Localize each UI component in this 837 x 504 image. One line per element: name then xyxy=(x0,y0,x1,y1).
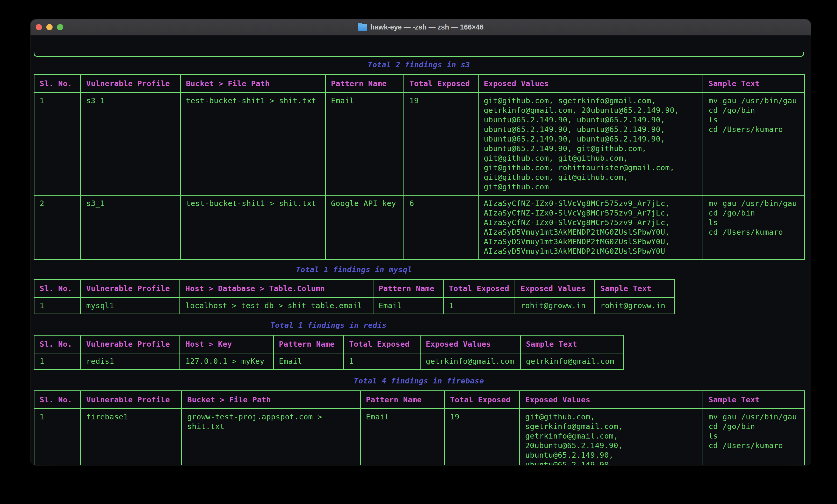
section-mysql: Total 1 findings in mysqlSl. No.Vulnerab… xyxy=(34,265,674,314)
table-cell: git@github.com, sgetrkinfo@gmail.com,get… xyxy=(478,93,703,195)
table-cell: 1 xyxy=(34,93,81,195)
table-cell: getrkinfo@gmail.com xyxy=(520,353,624,370)
table-cell: 1 xyxy=(34,298,81,314)
header-row: Sl. No.Vulnerable ProfileHost > Database… xyxy=(34,280,675,298)
header-cell: Pattern Name xyxy=(373,280,443,298)
header-cell: Host > Database > Table.Column xyxy=(180,280,373,298)
table-cell: 1 xyxy=(34,409,81,465)
terminal-window: hawk-eye — -zsh — zsh — 166×46 Total 2 f… xyxy=(31,19,811,465)
table-cell: mv gau /usr/bin/gaucd /go/binlscd /Users… xyxy=(703,93,805,195)
header-cell: Vulnerable Profile xyxy=(81,75,180,93)
header-cell: Sample Text xyxy=(703,75,805,93)
section-title-s3: Total 2 findings in s3 xyxy=(34,60,804,70)
table-row: 1redis1127.0.0.1 > myKeyEmail1getrkinfo@… xyxy=(34,353,624,370)
table-cell: Email xyxy=(373,298,443,314)
header-row: Sl. No.Vulnerable ProfileHost > KeyPatte… xyxy=(34,335,624,353)
findings-table-mysql: Sl. No.Vulnerable ProfileHost > Database… xyxy=(34,279,675,314)
header-cell: Total Exposed xyxy=(404,75,478,93)
header-cell: Sample Text xyxy=(595,280,675,298)
header-cell: Exposed Values xyxy=(420,335,520,353)
header-row: Sl. No.Vulnerable ProfileBucket > File P… xyxy=(34,391,805,409)
header-row: Sl. No.Vulnerable ProfileBucket > File P… xyxy=(34,75,805,93)
table-cell: groww-test-proj.appspot.com >shit.txt xyxy=(182,409,360,465)
header-cell: Vulnerable Profile xyxy=(81,280,180,298)
table-row: 1firebase1groww-test-proj.appspot.com >s… xyxy=(34,409,805,465)
table-row: 2s3_1test-bucket-shit1 > shit.txtGoogle … xyxy=(34,195,805,260)
table-cell: 19 xyxy=(404,93,478,195)
header-cell: Pattern Name xyxy=(325,75,404,93)
table-cell: mv gau /usr/bin/gaucd /go/binlscd /Users… xyxy=(703,409,805,465)
header-cell: Vulnerable Profile xyxy=(81,335,180,353)
header-cell: Pattern Name xyxy=(360,391,445,409)
window-title-text: hawk-eye — -zsh — zsh — 166×46 xyxy=(370,23,483,31)
window-title: hawk-eye — -zsh — zsh — 166×46 xyxy=(358,23,483,31)
findings-table-redis: Sl. No.Vulnerable ProfileHost > KeyPatte… xyxy=(34,335,624,370)
previous-table-bottom-border xyxy=(34,52,804,57)
table-cell: localhost > test_db > shit_table.email xyxy=(180,298,373,314)
table-cell: mysql1 xyxy=(81,298,180,314)
section-title-firebase: Total 4 findings in firebase xyxy=(34,376,804,386)
minimize-button[interactable] xyxy=(46,24,53,30)
table-cell: Email xyxy=(325,93,404,195)
table-cell: 6 xyxy=(404,195,478,260)
traffic-lights xyxy=(36,24,63,30)
findings-table-s3: Sl. No.Vulnerable ProfileBucket > File P… xyxy=(34,74,805,260)
section-title-redis: Total 1 findings in redis xyxy=(34,321,623,330)
table-cell: 19 xyxy=(445,409,520,465)
section-redis: Total 1 findings in redisSl. No.Vulnerab… xyxy=(34,321,623,370)
table-cell: Email xyxy=(273,353,344,370)
header-cell: Sl. No. xyxy=(34,391,81,409)
header-cell: Total Exposed xyxy=(443,280,515,298)
window-titlebar[interactable]: hawk-eye — -zsh — zsh — 166×46 xyxy=(31,19,811,35)
maximize-button[interactable] xyxy=(57,24,63,30)
folder-icon xyxy=(358,24,367,31)
table-cell: AIzaSyCfNZ-IZx0-SlVcVg8MCr575zv9_Ar7jLc,… xyxy=(478,195,703,260)
table-cell: 127.0.0.1 > myKey xyxy=(180,353,273,370)
header-cell: Exposed Values xyxy=(515,280,595,298)
table-cell: rohit@groww.in xyxy=(595,298,675,314)
header-cell: Pattern Name xyxy=(273,335,344,353)
table-cell: redis1 xyxy=(81,353,180,370)
section-title-mysql: Total 1 findings in mysql xyxy=(34,265,674,275)
table-row: 1mysql1localhost > test_db > shit_table.… xyxy=(34,298,675,314)
header-cell: Total Exposed xyxy=(344,335,420,353)
table-cell: 2 xyxy=(34,195,81,260)
table-cell: s3_1 xyxy=(81,195,180,260)
table-cell: s3_1 xyxy=(81,93,180,195)
header-cell: Sl. No. xyxy=(34,280,81,298)
header-cell: Sample Text xyxy=(703,391,805,409)
header-cell: Host > Key xyxy=(180,335,273,353)
table-cell: getrkinfo@gmail.com xyxy=(420,353,520,370)
section-firebase: Total 4 findings in firebaseSl. No.Vulne… xyxy=(34,376,804,465)
section-s3: Total 2 findings in s3Sl. No.Vulnerable … xyxy=(34,60,804,260)
header-cell: Total Exposed xyxy=(445,391,520,409)
header-cell: Vulnerable Profile xyxy=(81,391,182,409)
header-cell: Exposed Values xyxy=(478,75,703,93)
table-cell: test-bucket-shit1 > shit.txt xyxy=(180,93,325,195)
close-button[interactable] xyxy=(36,24,42,30)
header-cell: Sl. No. xyxy=(34,75,81,93)
table-cell: rohit@groww.in xyxy=(515,298,595,314)
header-cell: Exposed Values xyxy=(520,391,703,409)
table-cell: 1 xyxy=(443,298,515,314)
header-cell: Sl. No. xyxy=(34,335,81,353)
terminal-content[interactable]: Total 2 findings in s3Sl. No.Vulnerable … xyxy=(31,35,811,465)
table-cell: 1 xyxy=(344,353,420,370)
header-cell: Sample Text xyxy=(520,335,624,353)
table-cell: mv gau /usr/bin/gaucd /go/binlscd /Users… xyxy=(703,195,805,260)
table-cell: Email xyxy=(360,409,445,465)
findings-table-firebase: Sl. No.Vulnerable ProfileBucket > File P… xyxy=(34,390,805,465)
table-row: 1s3_1test-bucket-shit1 > shit.txtEmail19… xyxy=(34,93,805,195)
table-cell: git@github.com,sgetrkinfo@gmail.com,getr… xyxy=(520,409,703,465)
table-cell: test-bucket-shit1 > shit.txt xyxy=(180,195,325,260)
header-cell: Bucket > File Path xyxy=(182,391,360,409)
table-cell: Google API key xyxy=(325,195,404,260)
header-cell: Bucket > File Path xyxy=(180,75,325,93)
table-cell: 1 xyxy=(34,353,81,370)
table-cell: firebase1 xyxy=(81,409,182,465)
